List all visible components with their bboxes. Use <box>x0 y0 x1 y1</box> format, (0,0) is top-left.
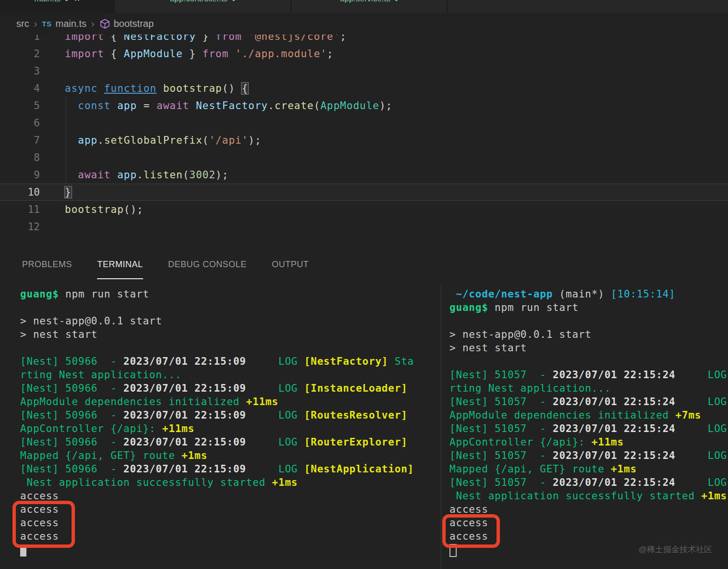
text-segment: [Nest] 50966 - <box>20 409 123 421</box>
text-segment: AppController {/api}: <box>449 436 592 448</box>
text-segment: > nest start <box>20 329 97 340</box>
breadcrumb-item-main-ts[interactable]: main.ts <box>56 18 86 29</box>
terminal-row: rting Nest application... <box>20 368 441 382</box>
text-segment: ( <box>203 135 209 146</box>
text-segment: [NestFactory] <box>304 356 395 367</box>
text-segment: [NestApplication] <box>304 463 421 475</box>
text-segment: './app.module' <box>235 48 327 60</box>
text-segment: LOG <box>279 463 304 475</box>
text-segment <box>189 100 196 111</box>
code-line[interactable]: 11bootstrap(); <box>0 201 728 218</box>
text-segment: const <box>78 100 110 111</box>
terminal-row: guang$ npm run start <box>20 287 441 301</box>
terminal-row: AppModule dependencies initialized +11ms <box>20 395 441 408</box>
terminal-row: AppController {/api}: +11ms <box>20 422 441 435</box>
text-segment <box>229 48 235 60</box>
code-line[interactable]: 7 app.setGlobalPrefix('/api'); <box>0 132 728 149</box>
text-segment: import <box>65 48 104 60</box>
panel-tab-bar: PROBLEMS TERMINAL DEBUG CONSOLE OUTPUT <box>0 253 728 287</box>
text-segment: 2023/07/01 22:15:24 <box>553 450 675 461</box>
text-segment: access <box>20 490 59 502</box>
text-segment <box>111 100 118 111</box>
text-segment <box>676 396 708 408</box>
text-segment: LOG <box>279 409 304 421</box>
panel-tab-debug-console[interactable]: DEBUG CONSOLE <box>168 253 247 278</box>
text-segment: [Nest] 50966 - <box>20 383 123 394</box>
code-line[interactable]: 12 <box>0 218 728 235</box>
terminal-row: access <box>20 489 441 503</box>
text-segment: listen <box>144 169 183 181</box>
code-line[interactable]: 6 <box>0 114 728 132</box>
highlight-box-left <box>12 501 75 548</box>
line-number: 9 <box>0 166 40 184</box>
text-segment: 2023/07/01 22:15:09 <box>123 463 246 475</box>
terminal-row: ~/code/nest-app (main*) [10:15:14] <box>449 287 728 301</box>
code-line[interactable]: 9 await app.listen(3002); <box>0 166 728 184</box>
text-segment: Mapped {/api, GET} route <box>449 463 611 475</box>
text-segment: = <box>137 100 157 111</box>
text-segment: [RouterExplorer] <box>304 436 414 448</box>
tab-main-ts[interactable]: main.ts●✕ <box>0 0 114 13</box>
terminal-split-divider[interactable] <box>441 284 441 569</box>
close-icon[interactable]: ✕ <box>74 0 80 3</box>
code-line[interactable]: 8 <box>0 149 728 166</box>
text-segment: } <box>65 186 72 198</box>
text-segment: > nest start <box>449 342 527 354</box>
line-number: 11 <box>0 201 40 218</box>
text-segment: . <box>97 135 104 146</box>
line-number: 2 <box>0 45 40 62</box>
text-segment: guang$ <box>20 288 59 300</box>
text-segment: 2023/07/01 22:15:09 <box>123 383 246 394</box>
text-segment: +11ms <box>592 436 624 448</box>
code-text: await app.listen(3002); <box>65 166 229 184</box>
editor-tab-bar: main.ts●✕ app.controller.ts● app.service… <box>0 0 728 13</box>
text-segment: ( <box>183 169 190 181</box>
text-segment: > nest-app@0.0.1 start <box>20 315 162 327</box>
code-line[interactable]: 4async function bootstrap() { <box>0 80 728 97</box>
modified-dot-icon: ● <box>232 0 235 3</box>
code-line[interactable]: 5 const app = await NestFactory.create(A… <box>0 97 728 114</box>
line-number: 8 <box>0 149 40 166</box>
text-segment: LOG <box>708 396 728 408</box>
text-segment: [RoutesResolver] <box>304 409 414 421</box>
text-segment: 2023/07/01 22:15:24 <box>553 396 675 408</box>
text-segment: await <box>157 100 189 111</box>
text-segment: app <box>117 100 137 111</box>
modified-dot-icon: ● <box>65 0 68 3</box>
tab-app-service-ts[interactable]: app.service.ts● <box>291 0 447 13</box>
text-segment: [Nest] 50966 - <box>20 436 123 448</box>
code-line[interactable]: 10} <box>0 184 728 201</box>
text-segment: +1ms <box>701 490 727 502</box>
text-segment: Nest application successfully started <box>449 490 701 502</box>
text-segment: function <box>104 83 157 94</box>
terminal-row: Nest application successfully started +1… <box>20 476 441 489</box>
text-segment: rting Nest application... <box>449 383 611 394</box>
text-segment: +1ms <box>272 477 298 488</box>
panel-tab-output[interactable]: OUTPUT <box>272 253 309 278</box>
breadcrumb-item-bootstrap[interactable]: bootstrap <box>114 18 154 29</box>
tab-app-controller-ts[interactable]: app.controller.ts● <box>114 0 291 13</box>
code-line[interactable]: 2import { AppModule } from './app.module… <box>0 45 728 62</box>
code-editor[interactable]: 1import { NestFactory } from '@nestjs/co… <box>0 28 728 235</box>
text-segment: AppModule <box>124 48 183 60</box>
text-segment: ~/code/nest-app <box>449 288 559 300</box>
text-segment: +7ms <box>676 409 702 421</box>
terminal-row <box>449 314 728 328</box>
text-segment: [Nest] 51057 - <box>449 396 553 408</box>
text-segment: Mapped {/api, GET} route <box>20 450 182 461</box>
tab-label: app.controller.ts <box>170 0 228 3</box>
tab-label: app.service.ts <box>340 0 390 3</box>
text-segment: 3002 <box>189 169 216 181</box>
code-line[interactable]: 3 <box>0 62 728 80</box>
breadcrumb-item-src[interactable]: src <box>16 18 29 29</box>
terminal-row: [Nest] 50966 - 2023/07/01 22:15:09 LOG [… <box>20 355 441 368</box>
terminal-row: Mapped {/api, GET} route +1ms <box>20 449 441 462</box>
text-segment: bootstrap <box>163 83 222 94</box>
terminal-row: > nest start <box>20 328 441 341</box>
terminal-row: access <box>20 530 441 543</box>
panel-tab-problems[interactable]: PROBLEMS <box>22 253 72 278</box>
text-segment: 2023/07/01 22:15:09 <box>123 436 246 448</box>
line-number: 4 <box>0 80 40 97</box>
terminal-row: access <box>20 503 441 516</box>
panel-tab-terminal[interactable]: TERMINAL <box>97 253 143 279</box>
